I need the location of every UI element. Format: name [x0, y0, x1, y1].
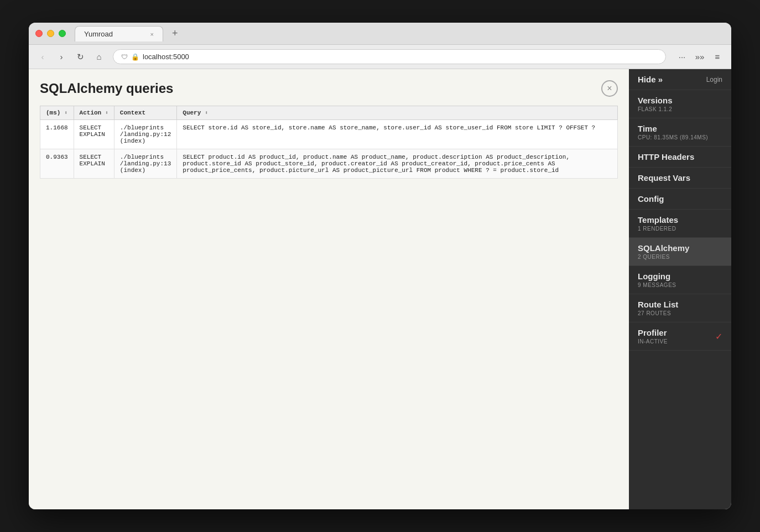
more-icon: ··· [679, 52, 686, 61]
sidebar-item-config[interactable]: Config [629, 189, 731, 210]
cell-action: SELECT EXPLAIN [74, 149, 114, 179]
maximize-traffic-light[interactable] [59, 30, 66, 37]
url-bar[interactable]: 🛡 🔒 localhost:5000 [113, 49, 666, 64]
browser-window: Yumroad × + ‹ › ↻ ⌂ 🛡 🔒 localhost:5000 ·… [29, 23, 731, 509]
sidebar-item-label: Versions [638, 96, 722, 105]
browser-toolbar: ‹ › ↻ ⌂ 🛡 🔒 localhost:5000 ··· »» ≡ [29, 45, 731, 69]
sidebar-item-logging[interactable]: Logging9 MESSAGES [629, 266, 731, 294]
sidebar-item-label: Templates [638, 215, 722, 225]
sidebar-item-label: Config [638, 194, 722, 204]
hide-label: Hide » [638, 75, 663, 84]
sidebar-item-label: Logging [638, 272, 722, 281]
table-row: 1.1668SELECT EXPLAIN./blueprints /landin… [40, 120, 618, 149]
cell-ms: 1.1668 [40, 120, 74, 149]
traffic-lights [35, 30, 66, 37]
sidebar-item-sub: 1 RENDERED [638, 226, 722, 232]
sort-action-icon: ⬍ [105, 110, 108, 116]
profiler-check-icon: ✓ [715, 331, 722, 342]
col-ms[interactable]: (ms) ⬍ [40, 106, 74, 120]
table-header-row: (ms) ⬍ Action ⬍ Context Query ⬍ [40, 106, 618, 120]
menu-icon: ≡ [715, 52, 720, 61]
back-icon: ‹ [41, 52, 44, 61]
sidebar-item-time[interactable]: TimeCPU: 81.35ms (89.14ms) [629, 118, 731, 147]
col-context-label: Context [120, 109, 145, 116]
col-action-label: Action [80, 109, 102, 116]
sidebar-item-sub: CPU: 81.35ms (89.14ms) [638, 134, 722, 140]
home-icon: ⌂ [96, 52, 101, 61]
col-query[interactable]: Query ⬍ [177, 106, 618, 120]
close-panel-button[interactable]: × [601, 80, 618, 97]
browser-tab[interactable]: Yumroad × [75, 26, 163, 41]
content-area: SQLAlchemy queries × (ms) ⬍ Action ⬍ [29, 69, 731, 509]
close-traffic-light[interactable] [35, 30, 43, 37]
url-text: localhost:5000 [143, 53, 658, 61]
cell-query: SELECT store.id AS store_id, store.name … [177, 120, 618, 149]
hide-bar[interactable]: Hide » Login [629, 69, 731, 90]
forward-icon: › [60, 52, 63, 61]
cell-ms: 0.9363 [40, 149, 74, 179]
home-button[interactable]: ⌂ [91, 49, 107, 65]
sidebar-item-templates[interactable]: Templates1 RENDERED [629, 210, 731, 238]
sort-query-icon: ⬍ [205, 110, 208, 116]
login-link[interactable]: Login [706, 76, 722, 84]
forward-button[interactable]: › [53, 49, 70, 65]
col-context: Context [114, 106, 176, 120]
extensions-icon: »» [695, 52, 705, 61]
main-panel: SQLAlchemy queries × (ms) ⬍ Action ⬍ [29, 69, 629, 509]
col-ms-label: (ms) [46, 109, 60, 116]
more-button[interactable]: ··· [674, 49, 690, 65]
cell-query: SELECT product.id AS product_id, product… [177, 149, 618, 179]
menu-button[interactable]: ≡ [709, 49, 726, 65]
sidebar-item-label: Request Vars [638, 173, 722, 182]
sidebar-item-sub: 9 MESSAGES [638, 282, 722, 288]
sidebar-item-label: Profiler [638, 328, 668, 337]
sort-ms-icon: ⬍ [64, 110, 67, 116]
col-query-label: Query [183, 109, 201, 116]
refresh-icon: ↻ [77, 52, 84, 62]
cell-context: ./blueprints /landing.py:12 (index) [114, 120, 176, 149]
queries-table: (ms) ⬍ Action ⬍ Context Query ⬍ [40, 106, 618, 179]
sidebar-item-profiler[interactable]: ProfilerIN-ACTIVE✓ [629, 322, 731, 351]
debug-sidebar: Hide » Login VersionsFlask 1.1.2TimeCPU:… [629, 69, 731, 509]
sidebar-item-sub: 27 ROUTES [638, 310, 722, 316]
col-action[interactable]: Action ⬍ [74, 106, 114, 120]
refresh-button[interactable]: ↻ [72, 49, 89, 65]
sidebar-item-sub: IN-ACTIVE [638, 338, 668, 345]
lock-icon: 🔒 [131, 53, 139, 61]
sidebar-item-http-headers[interactable]: HTTP Headers [629, 147, 731, 168]
sidebar-item-sub: 2 QUERIES [638, 254, 722, 260]
panel-header: SQLAlchemy queries × [40, 80, 618, 97]
sidebar-item-label: HTTP Headers [638, 152, 722, 161]
page-title: SQLAlchemy queries [40, 81, 173, 96]
tab-close-button[interactable]: × [150, 31, 154, 38]
sidebar-item-sub: Flask 1.1.2 [638, 106, 722, 112]
sidebar-item-label: SQLAlchemy [638, 243, 722, 253]
table-row: 0.9363SELECT EXPLAIN./blueprints /landin… [40, 149, 618, 179]
shield-icon: 🛡 [121, 53, 128, 61]
sidebar-items-container: VersionsFlask 1.1.2TimeCPU: 81.35ms (89.… [629, 90, 731, 351]
minimize-traffic-light[interactable] [47, 30, 54, 37]
sidebar-item-label: Route List [638, 300, 722, 309]
sidebar-item-request-vars[interactable]: Request Vars [629, 168, 731, 189]
extensions-button[interactable]: »» [691, 49, 708, 65]
cell-context: ./blueprints /landing.py:13 (index) [114, 149, 176, 179]
back-button[interactable]: ‹ [34, 49, 51, 65]
new-tab-button[interactable]: + [168, 25, 183, 41]
titlebar: Yumroad × + [29, 23, 731, 45]
sidebar-item-route-list[interactable]: Route List27 ROUTES [629, 294, 731, 322]
sidebar-item-sqlalchemy[interactable]: SQLAlchemy2 QUERIES [629, 238, 731, 266]
sidebar-item-versions[interactable]: VersionsFlask 1.1.2 [629, 90, 731, 118]
toolbar-extras: ··· »» ≡ [674, 49, 726, 65]
tab-title: Yumroad [84, 30, 113, 38]
cell-action: SELECT EXPLAIN [74, 120, 114, 149]
sidebar-item-label: Time [638, 124, 722, 133]
